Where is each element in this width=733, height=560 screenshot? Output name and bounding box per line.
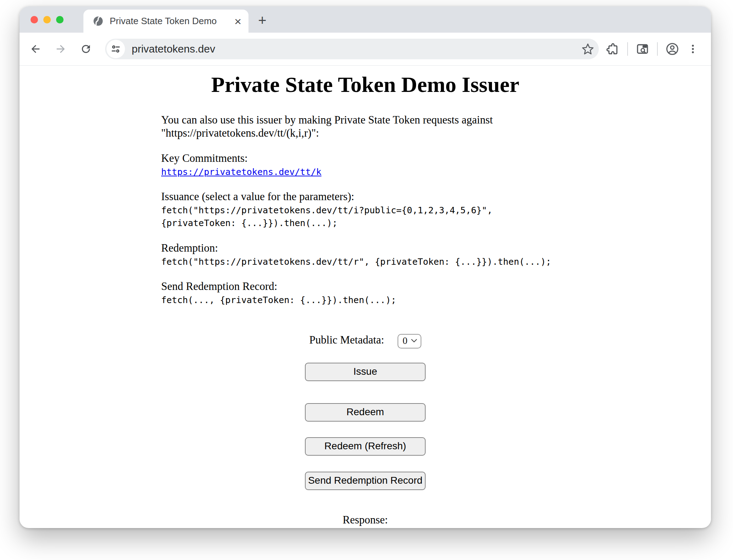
globe-favicon <box>93 16 104 27</box>
key-commitments-section: Key Commitments: https://privatetokens.d… <box>161 152 569 178</box>
address-bar[interactable]: privatetokens.dev <box>105 39 599 59</box>
issuance-label: Issuance (select a value for the paramet… <box>161 190 354 203</box>
send-redemption-record-button[interactable]: Send Redemption Record <box>305 472 426 490</box>
send-redemption-record-code: fetch(..., {privateToken: {...}}).then(.… <box>161 295 396 305</box>
side-panel-search-icon[interactable] <box>634 41 651 57</box>
response-label: Response: <box>20 514 711 526</box>
redemption-code: fetch("https://privatetokens.dev/tt/r", … <box>161 257 551 267</box>
issuance-section: Issuance (select a value for the paramet… <box>161 190 569 229</box>
public-metadata-row: Public Metadata:0 <box>20 334 711 348</box>
new-tab-button[interactable]: + <box>254 12 271 29</box>
forward-button[interactable] <box>53 41 69 57</box>
public-metadata-select[interactable]: 0 <box>398 334 421 348</box>
profile-avatar-icon[interactable] <box>664 41 680 57</box>
key-commitments-link[interactable]: https://privatetokens.dev/tt/k <box>161 167 322 177</box>
tab-title: Private State Token Demo <box>110 16 230 27</box>
extensions-icon[interactable] <box>605 41 621 57</box>
window-minimize-button[interactable] <box>43 16 51 23</box>
menu-kebab-icon[interactable] <box>685 41 701 57</box>
issuance-code-line1: fetch("https://privatetokens.dev/tt/i?pu… <box>161 205 492 215</box>
traffic-lights <box>31 6 64 33</box>
browser-toolbar: privatetokens.dev <box>20 33 711 66</box>
window-zoom-button[interactable] <box>56 16 64 23</box>
redemption-section: Redemption: fetch("https://privatetokens… <box>161 242 569 268</box>
send-redemption-record-section: Send Redemption Record: fetch(..., {priv… <box>161 280 569 306</box>
browser-window: Private State Token Demo × + privat <box>20 6 711 528</box>
tab-close-icon[interactable]: × <box>234 15 241 27</box>
chevron-down-icon <box>411 339 417 343</box>
site-info-icon[interactable] <box>106 40 125 58</box>
reload-button[interactable] <box>78 41 94 57</box>
redeem-button[interactable]: Redeem <box>305 403 426 422</box>
bookmark-star-icon[interactable] <box>581 42 595 56</box>
intro-paragraph: You can also use this issuer by making P… <box>161 114 569 139</box>
issue-button[interactable]: Issue <box>305 363 426 381</box>
page-title: Private State Token Demo Issuer <box>20 72 711 97</box>
url-text[interactable]: privatetokens.dev <box>132 43 576 55</box>
page-content: Private State Token Demo Issuer You can … <box>20 66 711 528</box>
redemption-label: Redemption: <box>161 242 218 254</box>
public-metadata-value: 0 <box>403 335 407 346</box>
public-metadata-label: Public Metadata: <box>309 334 384 346</box>
key-commitments-label: Key Commitments: <box>161 152 248 164</box>
tab-strip: Private State Token Demo × + <box>20 6 711 33</box>
toolbar-divider <box>657 42 658 56</box>
browser-tab[interactable]: Private State Token Demo × <box>83 10 248 33</box>
send-redemption-record-label: Send Redemption Record: <box>161 280 277 292</box>
window-close-button[interactable] <box>31 16 38 23</box>
back-button[interactable] <box>27 41 44 57</box>
toolbar-divider <box>627 42 628 56</box>
issuance-code-line2: {privateToken: {...}}).then(...); <box>161 218 338 228</box>
redeem-refresh-button[interactable]: Redeem (Refresh) <box>305 437 426 456</box>
